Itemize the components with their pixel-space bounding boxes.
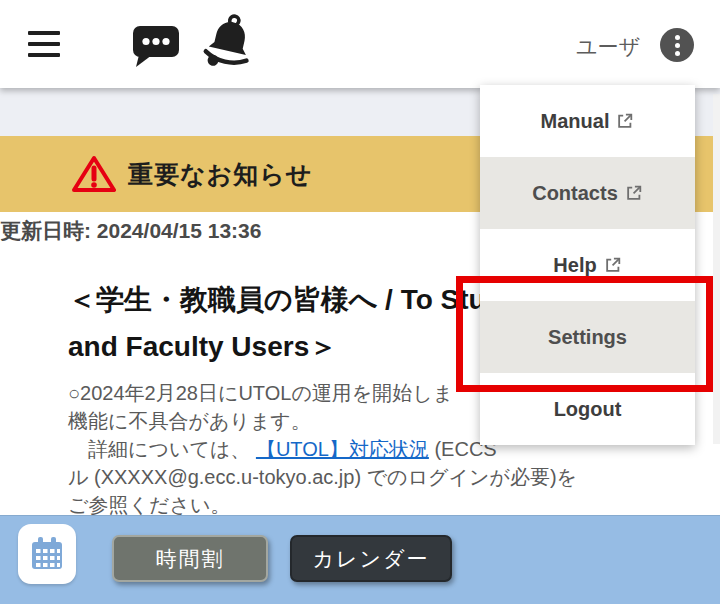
user-label: ユーザ bbox=[576, 33, 640, 61]
body-line-4: ル (XXXXX@g.ecc.u-tokyo.ac.jp) でのログインが必要)… bbox=[68, 463, 708, 491]
menu-item-manual[interactable]: Manual bbox=[480, 85, 695, 157]
external-link-icon bbox=[616, 112, 634, 130]
external-link-icon bbox=[625, 184, 643, 202]
menu-item-logout-label: Logout bbox=[554, 398, 622, 421]
external-link-icon bbox=[604, 256, 622, 274]
chat-bubble-icon[interactable] bbox=[130, 24, 182, 68]
kebab-menu-button[interactable] bbox=[660, 28, 694, 62]
settings-highlight-box bbox=[456, 276, 713, 392]
timetable-button[interactable]: 時間割 bbox=[112, 535, 268, 582]
notification-bell-icon[interactable] bbox=[200, 12, 260, 70]
calendar-icon bbox=[26, 533, 68, 575]
menu-item-contacts[interactable]: Contacts bbox=[480, 157, 695, 229]
menu-item-help-label: Help bbox=[553, 254, 596, 277]
calendar-tile-button[interactable] bbox=[18, 524, 76, 584]
updated-timestamp: 更新日時: 2024/04/15 13:36 bbox=[0, 217, 261, 245]
notice-banner-title: 重要なお知らせ bbox=[128, 158, 312, 191]
top-app-bar: ユーザ bbox=[0, 0, 720, 88]
calendar-button[interactable]: カレンダー bbox=[290, 535, 452, 582]
warning-icon bbox=[72, 154, 116, 194]
app-screen: 重要なお知らせ 更新日時: 2024/04/15 13:36 ＜学生・教職員の皆… bbox=[0, 0, 720, 604]
hamburger-menu-icon[interactable] bbox=[28, 31, 60, 57]
menu-item-manual-label: Manual bbox=[541, 110, 610, 133]
utol-status-link[interactable]: 【UTOL】対応状況 bbox=[256, 438, 429, 460]
body-line-3-text: 詳細については、 bbox=[68, 438, 256, 460]
scrollbar-track[interactable] bbox=[713, 94, 720, 444]
bottom-toolbar: 時間割 カレンダー bbox=[0, 515, 720, 604]
menu-item-contacts-label: Contacts bbox=[532, 182, 618, 205]
